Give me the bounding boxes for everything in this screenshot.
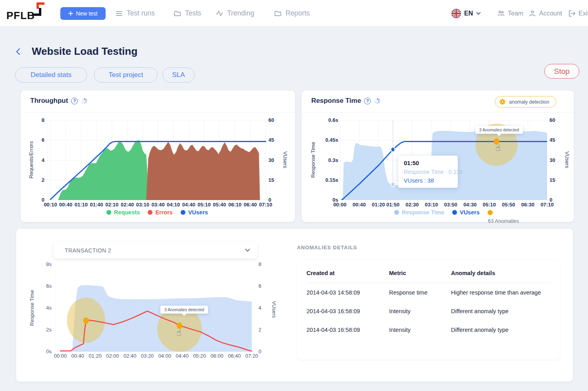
account-menu-item[interactable]: Account	[528, 0, 562, 27]
legend-item-vusers[interactable]: VUsers	[452, 209, 480, 216]
legend-item-response-time[interactable]: Response Time	[394, 209, 444, 216]
anomalies-table: Created at Metric Anomaly details 2014-0…	[297, 260, 560, 360]
account-icon	[528, 10, 536, 17]
x-tick-label: 05:10	[198, 202, 211, 208]
tab-detailed-stats[interactable]: Detailed stats	[15, 67, 87, 83]
x-tick-label: 02:40	[123, 353, 137, 359]
throughput-left-ticks: 02468	[33, 120, 44, 200]
nav-label: Test runs	[127, 9, 155, 17]
back-button[interactable]	[15, 48, 24, 57]
team-menu-item[interactable]: Team	[497, 0, 523, 27]
plus-icon	[68, 11, 73, 16]
help-icon[interactable]: ?	[364, 98, 371, 104]
x-tick-label: 02:30	[405, 202, 418, 208]
help-icon[interactable]: ?	[71, 98, 78, 104]
nav-item-trending[interactable]: Trending	[216, 0, 254, 27]
folder-icon	[174, 10, 181, 17]
x-tick-label: 06:10	[228, 202, 241, 208]
x-tick-label: 06:40	[228, 353, 241, 359]
nav-item-reports[interactable]: Reports	[274, 0, 310, 27]
tab-test-project[interactable]: Test project	[94, 67, 158, 83]
new-test-button[interactable]: New test	[60, 7, 106, 20]
language-selector[interactable]: EN	[451, 0, 481, 27]
y-tick-label: 4	[258, 305, 261, 311]
nav-label: Trending	[227, 9, 254, 17]
x-tick-label: 06:40	[244, 202, 257, 208]
y-tick-label: 15	[268, 177, 274, 183]
legend-item-requests[interactable]: Requests	[106, 209, 140, 216]
top-nav: PFLB New test Test runs Tests Trending R…	[0, 0, 588, 27]
anomaly-legend-dot	[488, 210, 493, 215]
legend-item-errors[interactable]: Errors	[148, 209, 173, 216]
legend-dot	[181, 210, 185, 215]
menu-label: Account	[539, 10, 562, 17]
y-tick-label: 6	[42, 137, 44, 143]
x-tick-label: 03:10	[425, 202, 438, 208]
throughput-chart[interactable]	[48, 120, 267, 200]
x-tick-label: 05:20	[193, 353, 206, 359]
x-tick-label: 01:20	[372, 202, 385, 208]
anomaly-badge: 3 Anomalies detected	[475, 126, 523, 134]
response-yaxis2-label: VUsers	[564, 132, 570, 188]
legend-dot	[394, 210, 399, 215]
list-icon	[115, 10, 123, 17]
response-time-title: Response Time	[311, 97, 361, 105]
x-tick-label: 01:40	[90, 202, 103, 208]
x-tick-label: 06:30	[521, 202, 534, 208]
throughput-card: Throughput ? Requests/Errors VUsers 0246…	[21, 91, 295, 222]
throughput-x-ticks: 00:1000:4001:1001:4002:1002:4003:1003:40…	[48, 202, 267, 209]
cell-created-at: 2014-04-03 14:58:09	[307, 289, 389, 296]
col-metric: Metric	[389, 270, 451, 276]
legend-label: VUsers	[460, 209, 480, 216]
anomaly-detection-button[interactable]: anomaly detection	[495, 96, 556, 108]
legend-item-vusers[interactable]: VUsers	[181, 209, 208, 216]
gear-icon	[499, 98, 506, 105]
legend-item-anomalies[interactable]	[488, 210, 493, 215]
x-tick-label: 00:00	[333, 202, 346, 208]
x-tick-label: 04:40	[175, 353, 189, 359]
transaction-chart[interactable]	[56, 264, 257, 352]
x-tick-label: 01:20	[89, 353, 102, 359]
anomaly-detection-label: anomaly detection	[509, 99, 549, 105]
x-tick-label: 02:40	[121, 202, 134, 208]
response-x-ticks: 00:0000:4001:2001:5002:3003:1003:5004:30…	[340, 202, 547, 209]
nav-item-tests[interactable]: Tests	[174, 0, 201, 27]
x-tick-label: 05:50	[502, 202, 515, 208]
transaction-select[interactable]: TRANSACTION 2	[54, 242, 257, 258]
y-tick-label: 45	[549, 137, 555, 143]
transaction-card: TRANSACTION 2 Response Time VUsers 0s2s4…	[16, 229, 573, 381]
y-tick-label: 60	[268, 117, 274, 123]
tooltip-response-time: Response Time : 0.118	[404, 169, 452, 175]
cell-metric: Intensity	[389, 308, 451, 314]
stop-test-button[interactable]: Stop	[544, 64, 579, 79]
x-tick-label: 01:10	[75, 202, 88, 208]
tooltip-time: 01:50	[404, 160, 452, 166]
x-tick-label: 04:40	[182, 202, 195, 208]
y-tick-label: 0s	[46, 349, 52, 354]
throughput-legend: Requests Errors VUsers	[48, 209, 267, 216]
y-tick-label: 30	[268, 157, 274, 163]
chevron-left-icon	[15, 48, 21, 55]
legend-dot	[106, 210, 111, 215]
nav-item-test-runs[interactable]: Test runs	[115, 0, 155, 27]
cell-metric: Response time	[389, 289, 451, 296]
legend-label: Requests	[114, 209, 140, 216]
table-row: 2014-04-03 16:58:09 Intensity Different …	[307, 320, 550, 339]
x-tick-label: 00:00	[54, 353, 67, 359]
throughput-right-ticks: 015304560	[268, 120, 282, 200]
transaction-right-ticks: 02468	[258, 264, 270, 352]
throughput-title: Throughput	[30, 97, 68, 105]
y-tick-label: 0	[258, 349, 261, 354]
legend-dot	[452, 210, 457, 215]
exit-menu-item[interactable]: Exit	[568, 0, 588, 27]
x-tick-label: 03:50	[444, 202, 457, 208]
transaction-x-ticks: 00:0000:4001:2002:0002:4003:2004:0004:40…	[56, 353, 257, 360]
pflb-logo[interactable]: PFLB	[6, 6, 46, 21]
y-tick-label: 2	[42, 177, 44, 183]
response-hover-tooltip: 01:50 Response Time : 0.118 VUsers : 38	[398, 156, 458, 188]
y-tick-label: 2	[258, 327, 261, 333]
tab-sla[interactable]: SLA	[162, 67, 195, 83]
y-tick-label: 2s	[46, 327, 52, 333]
y-tick-label: 4s	[46, 305, 52, 311]
loading-spinner-icon	[374, 98, 381, 104]
